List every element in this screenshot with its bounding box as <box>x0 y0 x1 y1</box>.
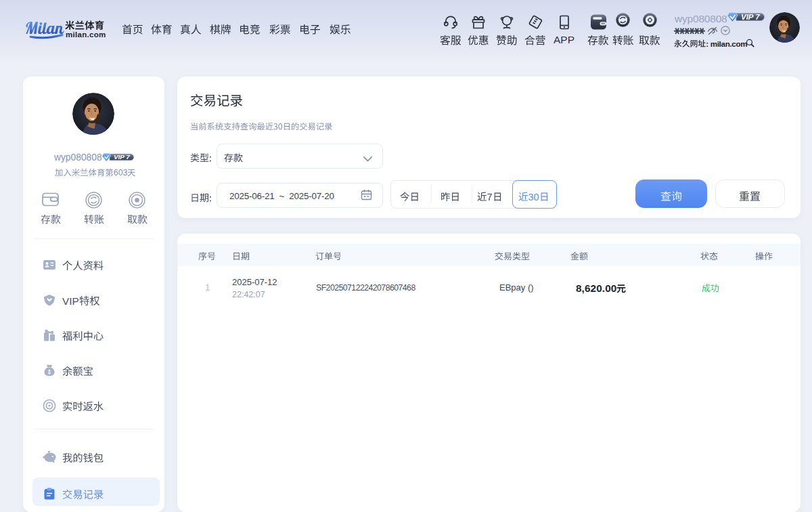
svg-text:VIP 7: VIP 7 <box>741 13 760 21</box>
svg-text:VIP 7: VIP 7 <box>114 154 130 161</box>
